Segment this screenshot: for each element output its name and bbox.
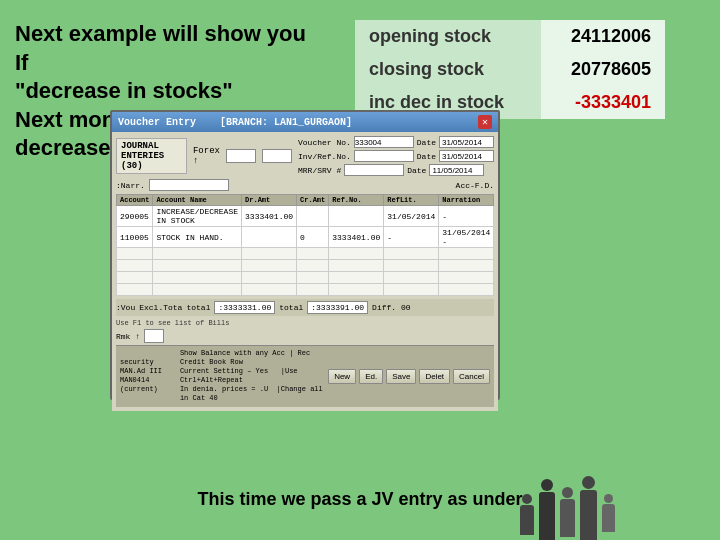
save-button[interactable]: Save bbox=[386, 369, 416, 384]
table-row bbox=[117, 260, 494, 272]
mrr-srv-input[interactable] bbox=[344, 164, 404, 176]
delete-button[interactable]: Delet bbox=[419, 369, 450, 384]
narr-label: :Narr. bbox=[116, 181, 145, 190]
cell-name-0: INCREASE/DECREASE IN STOCK bbox=[153, 206, 242, 227]
person-5 bbox=[602, 494, 615, 532]
mrr-srv-label: MRR/SRV # bbox=[298, 166, 341, 175]
col-account: Account bbox=[117, 195, 153, 206]
cell-name-1: STOCK IN HAND. bbox=[153, 227, 242, 248]
person-3 bbox=[560, 487, 575, 537]
table-row: 290005INCREASE/DECREASE IN STOCK3333401.… bbox=[117, 206, 494, 227]
vou-label: :Vou bbox=[116, 303, 135, 312]
cell-account-1: 110005 bbox=[117, 227, 153, 248]
date1-label: Date bbox=[417, 138, 436, 147]
empty-cell-3-3 bbox=[297, 284, 329, 296]
empty-cell-3-6 bbox=[439, 284, 494, 296]
voucher-no-label: Voucher No. bbox=[298, 138, 351, 147]
close-button[interactable]: ✕ bbox=[478, 115, 492, 129]
edit-button[interactable]: Ed. bbox=[359, 369, 383, 384]
date3-label: Date bbox=[407, 166, 426, 175]
info-label-1: closing stock bbox=[355, 53, 541, 86]
voucher-window: Voucher Entry [BRANCH: LAN1_GURGAON] ✕ J… bbox=[110, 110, 500, 400]
bottom-middle-info: Show Balance with any Acc | Rec Credit B… bbox=[180, 349, 328, 404]
new-button[interactable]: New bbox=[328, 369, 356, 384]
rmk-row: Rmk ↑ bbox=[116, 329, 494, 343]
cell-dr_amt-1 bbox=[242, 227, 297, 248]
cell-cr_amt-0 bbox=[297, 206, 329, 227]
inv-ref-input[interactable] bbox=[354, 150, 414, 162]
empty-cell-0-4 bbox=[329, 248, 384, 260]
empty-cell-3-0 bbox=[117, 284, 153, 296]
left-line1: Next example will show you If bbox=[15, 20, 325, 77]
forex-input2[interactable] bbox=[262, 149, 292, 163]
empty-cell-2-2 bbox=[242, 272, 297, 284]
inv-ref-label: Inv/Ref.No. bbox=[298, 152, 351, 161]
col-dr-amt: Dr.Amt bbox=[242, 195, 297, 206]
journal-label: JOURNAL ENTERIES (30) bbox=[116, 138, 187, 174]
total-label1: total bbox=[186, 303, 210, 312]
date2-label: Date bbox=[417, 152, 436, 161]
table-row bbox=[117, 248, 494, 260]
empty-cell-2-3 bbox=[297, 272, 329, 284]
date2-input[interactable] bbox=[439, 150, 494, 162]
info-table: opening stock24112006closing stock207786… bbox=[355, 20, 665, 119]
empty-cell-1-4 bbox=[329, 260, 384, 272]
empty-cell-2-5 bbox=[384, 272, 439, 284]
voucher-titlebar: Voucher Entry [BRANCH: LAN1_GURGAON] ✕ bbox=[112, 112, 498, 132]
empty-cell-1-2 bbox=[242, 260, 297, 272]
inv-ref-group: Inv/Ref.No. Date bbox=[298, 150, 494, 162]
empty-cell-1-5 bbox=[384, 260, 439, 272]
people-silhouettes bbox=[520, 460, 720, 540]
cell-narration-0: - bbox=[439, 206, 494, 227]
security-label: security MAN.Ad III bbox=[120, 358, 180, 376]
col-cr-amt: Cr.Amt bbox=[297, 195, 329, 206]
use-f1-text: Use F1 to see list of Bills bbox=[116, 319, 494, 327]
rmk-input[interactable] bbox=[144, 329, 164, 343]
diff-label: Diff. 00 bbox=[372, 303, 410, 312]
date3-input[interactable] bbox=[429, 164, 484, 176]
voucher-header-row: JOURNAL ENTERIES (30) Forex ↑ Voucher No… bbox=[116, 136, 494, 176]
journal-table: Account Account Name Dr.Amt Cr.Amt Ref.N… bbox=[116, 194, 494, 296]
empty-cell-0-1 bbox=[153, 248, 242, 260]
cell-dr_amt-0: 3333401.00 bbox=[242, 206, 297, 227]
person-1 bbox=[520, 494, 534, 535]
table-row bbox=[117, 272, 494, 284]
date1-input[interactable] bbox=[439, 136, 494, 148]
total-val1: :3333331.00 bbox=[214, 301, 275, 314]
empty-cell-2-0 bbox=[117, 272, 153, 284]
voucher-title: Voucher Entry [BRANCH: LAN1_GURGAON] bbox=[118, 117, 352, 128]
voucher-no-group: Voucher No. Date bbox=[298, 136, 494, 148]
empty-cell-3-1 bbox=[153, 284, 242, 296]
col-ref-no: Ref.No. bbox=[329, 195, 384, 206]
col-account-name: Account Name bbox=[153, 195, 242, 206]
voucher-no-input[interactable] bbox=[354, 136, 414, 148]
rmk-label: Rmk ↑ bbox=[116, 332, 140, 341]
info-label-0: opening stock bbox=[355, 20, 541, 53]
empty-cell-1-1 bbox=[153, 260, 242, 272]
cell-account-0: 290005 bbox=[117, 206, 153, 227]
cell-ref_lit-1: - bbox=[384, 227, 439, 248]
info-value-0: 24112006 bbox=[541, 20, 665, 53]
empty-cell-1-3 bbox=[297, 260, 329, 272]
total-val2: :3333391.00 bbox=[307, 301, 368, 314]
col-narration: Narration bbox=[439, 195, 494, 206]
empty-cell-2-4 bbox=[329, 272, 384, 284]
empty-cell-0-3 bbox=[297, 248, 329, 260]
empty-cell-1-6 bbox=[439, 260, 494, 272]
empty-cell-3-5 bbox=[384, 284, 439, 296]
total-label2: total bbox=[279, 303, 303, 312]
acc-field-label: Acc-F.D. bbox=[456, 181, 494, 190]
empty-cell-0-6 bbox=[439, 248, 494, 260]
cancel-button[interactable]: Cancel bbox=[453, 369, 490, 384]
empty-cell-0-0 bbox=[117, 248, 153, 260]
narr-input[interactable] bbox=[149, 179, 229, 191]
forex-input1[interactable] bbox=[226, 149, 256, 163]
cell-narration-1: 31/05/2014 - bbox=[439, 227, 494, 248]
empty-cell-3-2 bbox=[242, 284, 297, 296]
cell-ref_no-1: 3333401.00 bbox=[329, 227, 384, 248]
mrr-srv-group: MRR/SRV # Date bbox=[298, 164, 494, 176]
cell-ref_no-0 bbox=[329, 206, 384, 227]
info-value-1: 20778605 bbox=[541, 53, 665, 86]
voucher-bottom-bar: security MAN.Ad III MAN0414 (current) Sh… bbox=[116, 345, 494, 407]
action-buttons: New Ed. Save Delet Cancel bbox=[328, 369, 490, 384]
